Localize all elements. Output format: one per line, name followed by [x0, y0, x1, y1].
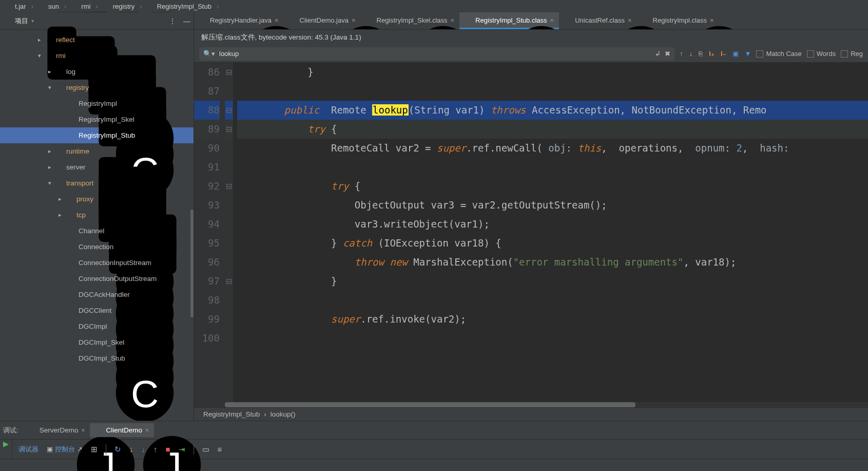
code-line[interactable]: }	[237, 272, 868, 291]
code-editor[interactable]: 8687888990919293949596979899100 ⊟⊟⊟⊟⊟ } …	[194, 63, 868, 402]
editor-scroll-thumb[interactable]	[225, 402, 635, 407]
tree-chevron[interactable]: ▾	[47, 84, 52, 91]
close-icon[interactable]: ×	[550, 16, 554, 24]
jar-icon	[5, 3, 13, 10]
tree-chevron[interactable]: ▸	[37, 36, 42, 43]
code-line[interactable]: }	[237, 63, 868, 82]
close-icon[interactable]: ×	[81, 427, 85, 434]
code-line[interactable]	[237, 329, 868, 348]
breadcrumb-sep: ›	[95, 3, 98, 10]
close-icon[interactable]: ×	[352, 16, 356, 24]
code-line[interactable]: ObjectOutput var3 = var2.getOutputStream…	[237, 196, 868, 215]
code-line[interactable]	[237, 291, 868, 310]
folder-icon	[45, 52, 53, 60]
tree-chevron[interactable]: ▾	[47, 180, 52, 186]
breadcrumb-item[interactable]: registry	[101, 2, 137, 11]
search-input[interactable]	[219, 50, 651, 58]
code-content[interactable]: } public Remote lookup(String var1) thro…	[233, 63, 868, 402]
tree-item-label: runtime	[66, 147, 89, 155]
search-enter-icon[interactable]: ↲	[655, 50, 661, 58]
class-icon	[564, 16, 572, 24]
editor-tab[interactable]: UnicastRef.class ×	[559, 12, 636, 29]
debugger-tab[interactable]: 调试器	[18, 445, 38, 454]
match-case-checkbox[interactable]: Match Case	[756, 50, 801, 58]
folder-icon	[66, 195, 73, 203]
code-line[interactable]: super.ref.invoke(var2);	[237, 310, 868, 329]
search-nav: ↑ ↓ ⎘ I₊ I₋ ▣ ▼	[680, 50, 751, 58]
debug-tab[interactable]: ServerDemo ×	[24, 423, 90, 437]
class-icon	[68, 227, 75, 235]
class-icon	[366, 16, 374, 24]
debug-resume-column[interactable]: ▶	[0, 440, 12, 459]
breadcrumb-item[interactable]: RegistryImpl_Stub	[145, 2, 214, 11]
stop-icon[interactable]: ■	[166, 445, 170, 454]
close-icon[interactable]: ×	[710, 16, 714, 24]
code-line[interactable]: throw new MarshalException("error marsha…	[237, 253, 868, 272]
close-icon[interactable]: ×	[451, 16, 455, 24]
step-over-icon[interactable]: ↓	[129, 445, 133, 454]
close-icon[interactable]: ×	[275, 16, 279, 24]
editor-horizontal-scrollbar[interactable]	[194, 402, 868, 407]
evaluate-icon[interactable]: ▭	[202, 445, 209, 454]
tree-item-label: log	[66, 68, 75, 76]
tree-chevron[interactable]: ▸	[47, 68, 52, 75]
search-icon[interactable]: 🔍▾	[203, 50, 215, 58]
filter-icon[interactable]: ▼	[745, 50, 751, 58]
collapse-icon[interactable]: —	[183, 17, 190, 25]
debug-tab[interactable]: ClientDemo ×	[90, 423, 154, 437]
breadcrumb-item[interactable]: sun	[36, 2, 61, 11]
frames-icon[interactable]: ⊞	[91, 445, 98, 454]
tree-item[interactable]: ▸ reflect	[0, 32, 194, 48]
search-next-icon[interactable]: ↓	[689, 50, 693, 58]
project-label: 项目	[15, 16, 28, 26]
editor-tab[interactable]: RegistryHandler.java ×	[194, 12, 284, 29]
breadcrumb-item[interactable]: rmi	[69, 2, 92, 11]
project-tree[interactable]: ▸ reflect ▾ rmi ▸ log ▾ registry Registr…	[0, 30, 194, 421]
tree-item-label: proxy	[76, 195, 93, 203]
tree-scroll-thumb[interactable]	[190, 210, 194, 317]
close-icon[interactable]: ×	[628, 16, 632, 24]
search-clear-icon[interactable]: ✖	[665, 50, 670, 58]
editor-tab[interactable]: RegistryImpl.class ×	[637, 12, 719, 29]
code-line[interactable]: RemoteCall var2 = super.ref.newCall( obj…	[237, 139, 868, 158]
code-line[interactable]	[237, 158, 868, 177]
project-tool-title[interactable]: 项目 ▾	[4, 16, 34, 26]
search-anchor-icon[interactable]: ⎘	[699, 50, 703, 58]
remove-selection-icon[interactable]: I₋	[721, 50, 726, 58]
java-icon	[29, 426, 36, 434]
regex-checkbox[interactable]: Reg	[841, 50, 863, 58]
class-icon	[68, 354, 75, 362]
tree-chevron[interactable]: ▸	[57, 212, 63, 218]
code-line[interactable]	[237, 82, 868, 101]
code-line[interactable]: var3.writeObject(var1);	[237, 215, 868, 234]
run-to-cursor-icon[interactable]: ⇥	[179, 445, 185, 454]
settings-icon[interactable]: ≡	[218, 445, 222, 454]
select-all-icon[interactable]: ▣	[732, 50, 739, 58]
tree-chevron[interactable]: ▸	[57, 196, 63, 202]
editor-tab[interactable]: ClientDemo.java ×	[284, 12, 361, 29]
console-tab[interactable]: ▣ 控制台 ↗	[47, 445, 83, 454]
words-checkbox[interactable]: Words	[807, 50, 836, 58]
search-prev-icon[interactable]: ↑	[680, 50, 683, 58]
tree-chevron[interactable]: ▸	[47, 164, 52, 171]
breadcrumb-sep: ›	[31, 3, 33, 10]
code-line[interactable]: try {	[237, 177, 868, 196]
tree-chevron[interactable]: ▸	[47, 148, 52, 155]
editor-tab[interactable]: RegistryImpl_Stub.class ×	[459, 12, 559, 29]
sidebar-header: 项目 ▾ ⋮ —	[0, 12, 194, 30]
add-selection-icon[interactable]: I₊	[709, 50, 715, 58]
debug-label: 调试:	[3, 426, 18, 435]
editor-tab[interactable]: RegistryImpl_Skel.class ×	[361, 12, 460, 29]
step-into-icon[interactable]: ↓	[142, 445, 146, 454]
tree-chevron[interactable]: ▾	[37, 52, 42, 59]
more-icon[interactable]: ⋮	[169, 17, 176, 25]
code-line[interactable]: public Remote lookup(String var1) throws…	[237, 101, 868, 120]
breadcrumb-item[interactable]: t.jar	[3, 2, 28, 11]
code-line[interactable]: try {	[237, 120, 868, 139]
fold-column[interactable]: ⊟⊟⊟⊟⊟	[225, 63, 233, 402]
code-line[interactable]: } catch (IOException var18) {	[237, 234, 868, 253]
close-icon[interactable]: ×	[145, 427, 149, 434]
step-out-icon[interactable]: ↑	[153, 445, 158, 454]
editor-breadcrumb[interactable]: RegistryImpl_Stub › lookup()	[194, 407, 868, 421]
rerun-icon[interactable]: ↻	[114, 445, 121, 454]
